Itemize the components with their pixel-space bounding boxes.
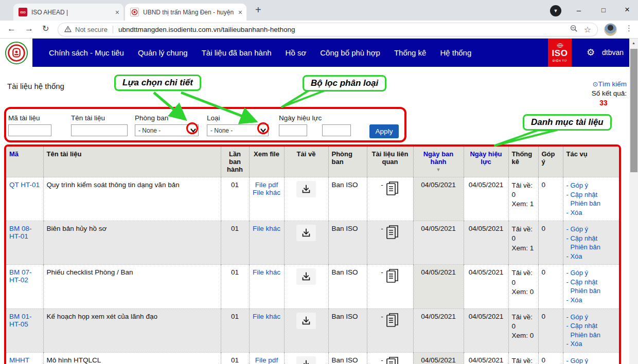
cell-related: - xyxy=(367,177,413,221)
file-other-link[interactable]: File khác xyxy=(253,268,281,276)
file-other-link[interactable]: File khác xyxy=(253,225,281,232)
action-cap-nhat[interactable]: - Cập nhật Phiên bản xyxy=(566,278,601,295)
cell-feedback: 0 xyxy=(538,308,563,352)
document-code-link[interactable]: MHHT xyxy=(9,356,29,364)
file-other-link[interactable]: File khác xyxy=(253,313,281,320)
dropdown-highlight-ring xyxy=(186,122,198,134)
filter-type-label: Loại xyxy=(207,114,220,122)
forward-icon[interactable]: → xyxy=(25,24,33,34)
header-related: Tài liệu liên quan xyxy=(367,147,413,177)
cell-stats: Tải về: 0Xem: 0 xyxy=(508,265,538,308)
file-pdf-link[interactable]: File pdf xyxy=(253,356,281,364)
nav-item-cong-bo-phu-hop[interactable]: Công bố phù hợp xyxy=(320,48,380,57)
action-xoa[interactable]: - Xóa xyxy=(566,209,582,216)
filter-date-to-input[interactable] xyxy=(322,124,351,136)
action-cap-nhat[interactable]: - Cập nhật Phiên bản xyxy=(566,322,601,339)
browser-tab-iso-ahead[interactable]: ISO ISO AHEAD | × xyxy=(13,4,123,21)
browser-tab-ubnd-active[interactable]: UBND thị trấn Măng Đen - huyện × xyxy=(125,4,246,21)
cell-related: - xyxy=(367,221,413,265)
nav-item-quan-ly-chung[interactable]: Quản lý chung xyxy=(138,48,188,57)
filter-code-input[interactable] xyxy=(8,124,51,136)
url-text[interactable]: ubndttmangden.isodientu.com.vn/tailieuba… xyxy=(118,26,564,33)
apply-button[interactable]: Apply xyxy=(369,124,399,138)
cell-files: File khác xyxy=(249,221,284,265)
tab-close-icon[interactable]: × xyxy=(238,9,242,16)
file-pdf-link[interactable]: File pdf xyxy=(253,181,281,189)
cell-code: BM 01-HT-05 xyxy=(6,308,43,352)
header-download: Tải về xyxy=(284,147,328,177)
header-issued-date[interactable]: Ngày ban hành▼ xyxy=(413,147,464,177)
action-xoa[interactable]: - Xóa xyxy=(566,340,582,348)
nav-item-ho-so[interactable]: Hồ sơ xyxy=(286,48,307,57)
related-documents-icon[interactable] xyxy=(386,268,399,285)
action-cap-nhat[interactable]: - Cập nhật Phiên bản xyxy=(566,234,601,251)
window-minimize-button[interactable]: – xyxy=(571,3,587,16)
action-cap-nhat[interactable]: - Cập nhật Phiên bản xyxy=(566,191,601,208)
header-effective-date[interactable]: Ngày hiệu lực xyxy=(464,147,508,177)
action-gop-y[interactable]: - Góp ý xyxy=(566,269,589,277)
document-code-link[interactable]: QT HT-01 xyxy=(9,181,40,189)
nav-menu: Chính sách - Mục tiêu Quản lý chung Tài … xyxy=(49,39,471,67)
window-maximize-button[interactable]: □ xyxy=(596,3,611,16)
zoom-out-icon[interactable] xyxy=(570,25,578,34)
window-close-button[interactable]: × xyxy=(619,3,635,16)
table-header-row: Mã Tên tài liệu Lần ban hành Xem file Tả… xyxy=(6,147,619,177)
document-code-link[interactable]: BM 07-HT-02 xyxy=(9,268,32,284)
cell-actions: - Góp ý- Cập nhật Phiên bản- Xóa xyxy=(563,308,619,352)
document-code-link[interactable]: BM 01-HT-05 xyxy=(9,313,32,328)
search-toggle-link[interactable]: ⊙Tìm kiếm xyxy=(580,80,627,88)
action-gop-y[interactable]: - Góp ý xyxy=(566,181,589,189)
browser-menu-icon[interactable]: ⋮ xyxy=(625,24,633,33)
action-xoa[interactable]: - Xóa xyxy=(566,252,582,260)
tab-favicon-iso: ISO xyxy=(19,8,27,16)
username-label[interactable]: dtbvan xyxy=(602,48,624,57)
cell-actions: - Góp ý- Cập nhật Phiên bản- Xóa xyxy=(563,221,619,265)
profile-avatar[interactable] xyxy=(604,23,617,36)
cell-version: 01 xyxy=(221,177,249,221)
browser-tab-strip: ISO ISO AHEAD | × UBND thị trấn Măng Đen… xyxy=(0,0,638,21)
action-gop-y[interactable]: - Góp ý xyxy=(566,225,589,233)
header-code[interactable]: Mã xyxy=(6,147,43,177)
related-documents-icon[interactable] xyxy=(386,356,399,364)
download-icon[interactable] xyxy=(296,268,316,285)
cell-dept: Ban ISO xyxy=(328,177,367,221)
action-gop-y[interactable]: - Góp ý xyxy=(566,313,589,321)
nav-item-he-thong[interactable]: Hệ thống xyxy=(440,48,471,57)
download-icon[interactable] xyxy=(296,225,316,241)
nav-item-thong-ke[interactable]: Thống kê xyxy=(394,48,427,57)
document-table: Mã Tên tài liệu Lần ban hành Xem file Tả… xyxy=(4,144,621,364)
file-other-link[interactable]: File khác xyxy=(253,189,281,196)
action-xoa[interactable]: - Xóa xyxy=(566,296,582,304)
action-gop-y[interactable]: - Góp ý xyxy=(566,357,589,364)
cell-related: - xyxy=(367,352,413,364)
new-tab-button[interactable]: + xyxy=(255,4,261,16)
cell-actions: - Góp ý- Cập nhật Phiên bản- Xóa xyxy=(563,265,619,308)
address-bar[interactable]: Not secure ubndttmangden.isodientu.com.v… xyxy=(58,23,598,37)
download-icon[interactable] xyxy=(296,356,316,364)
gear-icon[interactable]: ⚙ xyxy=(587,47,595,58)
related-documents-icon[interactable] xyxy=(386,181,399,198)
nav-item-chinh-sach[interactable]: Chính sách - Mục tiêu xyxy=(49,48,124,57)
scrollbar-thumb[interactable] xyxy=(630,49,637,172)
header-actions: Tác vụ xyxy=(563,147,619,177)
reload-icon[interactable]: ↻ xyxy=(42,24,49,33)
filter-date-from-input[interactable] xyxy=(279,124,307,136)
download-icon[interactable] xyxy=(296,313,316,329)
document-code-link[interactable]: BM 08-HT-01 xyxy=(9,225,32,240)
site-logo[interactable] xyxy=(0,39,32,67)
page-scrollbar[interactable]: ▲ xyxy=(629,39,638,364)
download-icon[interactable] xyxy=(296,181,316,197)
results-count: 33 xyxy=(580,99,627,107)
bookmark-star-icon[interactable]: ☆ xyxy=(584,25,591,34)
nav-item-tai-lieu-da-ban-hanh[interactable]: Tài liệu đã ban hành xyxy=(202,48,272,57)
filter-name-input[interactable] xyxy=(71,124,128,136)
related-documents-icon[interactable] xyxy=(386,313,399,330)
cell-feedback: 0 xyxy=(538,265,563,308)
callout-document-list: Danh mục tài liệu xyxy=(523,114,612,131)
tab-search-icon[interactable]: ▼ xyxy=(550,5,561,16)
cell-actions: - Góp ý- Cập nhật Phiên bản- Xóa xyxy=(563,352,619,364)
tab-close-icon[interactable]: × xyxy=(115,9,119,16)
scroll-up-icon[interactable]: ▲ xyxy=(629,39,638,47)
back-icon[interactable]: ← xyxy=(7,24,16,34)
related-documents-icon[interactable] xyxy=(386,225,399,242)
